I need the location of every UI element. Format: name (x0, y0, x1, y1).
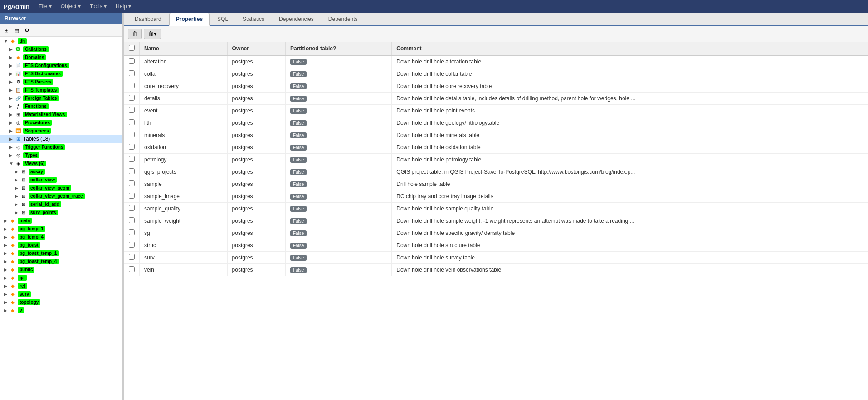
toggle-collar-view-geom[interactable]: ▶ (15, 185, 20, 190)
menu-file[interactable]: File ▾ (35, 2, 55, 10)
tree-item-types[interactable]: ▶ ◎ Types (0, 151, 122, 159)
tab-dashboard[interactable]: Dashboard (128, 13, 168, 25)
tree-item-foreign-tables[interactable]: ▶ 🔗 Foreign Tables (0, 94, 122, 102)
tree-item-surv[interactable]: ▶ ◆ surv (0, 290, 122, 298)
toggle-sequences[interactable]: ▶ (9, 128, 15, 133)
row-checkbox[interactable] (124, 129, 140, 141)
tree-item-pg-temp-1[interactable]: ▶ ◆ pg_temp_1 (0, 224, 122, 233)
toggle-domains[interactable]: ▶ (9, 55, 15, 60)
toggle-public[interactable]: ▶ (4, 267, 9, 272)
row-checkbox[interactable] (124, 178, 140, 190)
tree-item-fts-templates[interactable]: ▶ 📋 FTS Templates (0, 86, 122, 94)
row-checkbox[interactable] (124, 68, 140, 80)
tree-item-materialized-views[interactable]: ▶ ⊞ Materialized Views (0, 110, 122, 118)
tree-item-functions[interactable]: ▶ ƒ Functions (0, 102, 122, 110)
tree-item-public[interactable]: ▶ ◆ public (0, 265, 122, 273)
tab-dependencies[interactable]: Dependencies (272, 13, 321, 25)
toggle-callations[interactable]: ▶ (9, 47, 15, 52)
tree-item-collar-view[interactable]: ▶ ⊞ collar_view (0, 176, 122, 184)
sidebar-table-btn[interactable]: ⊞ (2, 26, 11, 35)
tree-item-pg-toast-temp-4[interactable]: ▶ ◆ pg_toast_temp_4 (0, 257, 122, 265)
row-checkbox[interactable] (124, 264, 140, 276)
sidebar-settings-btn[interactable]: ⚙ (22, 26, 32, 35)
toggle-pg-toast-temp-1[interactable]: ▶ (4, 251, 9, 256)
tab-dependents[interactable]: Dependents (322, 13, 365, 25)
tree-item-fts-configs[interactable]: ▶ 📄 FTS Configurations (0, 61, 122, 69)
tree-item-procedures[interactable]: ▶ ◎ Procedures (0, 118, 122, 127)
toggle-assay[interactable]: ▶ (15, 169, 20, 174)
tree-item-tables[interactable]: ▶ ⊞ Tables (18) (0, 135, 122, 143)
tree-item-surv-points[interactable]: ▶ ⊞ surv_points (0, 208, 122, 216)
toggle-trigger-funcs[interactable]: ▶ (9, 145, 15, 150)
tree-item-meta[interactable]: ▶ ◆ meta (0, 216, 122, 224)
row-checkbox[interactable] (124, 166, 140, 178)
select-all-checkbox[interactable] (129, 45, 135, 51)
delete-button[interactable]: 🗑 (128, 29, 142, 39)
toggle-fts-templates[interactable]: ▶ (9, 88, 15, 93)
col-owner[interactable]: Owner (227, 42, 285, 55)
tree-item-pg-temp-4[interactable]: ▶ ◆ pg_temp_4 (0, 233, 122, 241)
toggle-procedures[interactable]: ▶ (9, 120, 15, 125)
tree-item-ref[interactable]: ▶ ◆ ref (0, 282, 122, 290)
row-checkbox[interactable] (124, 252, 140, 264)
row-checkbox[interactable] (124, 141, 140, 154)
toggle-ref[interactable]: ▶ (4, 283, 9, 288)
toggle-pg-temp-1[interactable]: ▶ (4, 226, 9, 231)
tree-item-domains[interactable]: ▶ ◆ Domains (0, 53, 122, 61)
toggle-v[interactable]: ▶ (4, 308, 9, 313)
tree-item-trigger-functions[interactable]: ▶ ◎ Trigger Functions (0, 143, 122, 151)
toggle-views[interactable]: ▼ (9, 161, 15, 166)
row-checkbox[interactable] (124, 55, 140, 68)
sidebar-grid-btn[interactable]: ▤ (12, 26, 21, 35)
toggle-surv-points[interactable]: ▶ (15, 210, 20, 215)
row-checkbox[interactable] (124, 215, 140, 227)
toggle-serial-id[interactable]: ▶ (15, 202, 20, 207)
col-comment[interactable]: Comment (392, 42, 868, 55)
toggle-fts-parsers[interactable]: ▶ (9, 79, 15, 84)
row-checkbox[interactable] (124, 227, 140, 239)
tree-item-views[interactable]: ▼ ◈ Views (6) (0, 159, 122, 167)
toggle-pg-toast[interactable]: ▶ (4, 243, 9, 248)
tree-item-dh[interactable]: ▼ ◆ dh (0, 37, 122, 45)
tab-sql[interactable]: SQL (210, 13, 235, 25)
tree-item-qa[interactable]: ▶ ◆ qa (0, 273, 122, 282)
toggle-pg-toast-temp-4[interactable]: ▶ (4, 259, 9, 264)
tree-item-pg-toast-temp-1[interactable]: ▶ ◆ pg_toast_temp_1 (0, 249, 122, 257)
row-checkbox[interactable] (124, 80, 140, 93)
menu-tools[interactable]: Tools ▾ (86, 2, 110, 10)
row-checkbox[interactable] (124, 105, 140, 117)
toggle-dh[interactable]: ▼ (4, 39, 9, 44)
col-partitioned[interactable]: Partitioned table? (285, 42, 391, 55)
toggle-foreign-tables[interactable]: ▶ (9, 96, 15, 101)
toggle-functions[interactable]: ▶ (9, 104, 15, 109)
col-name[interactable]: Name (140, 42, 228, 55)
toggle-surv[interactable]: ▶ (4, 292, 9, 297)
toggle-fts-configs[interactable]: ▶ (9, 63, 15, 68)
row-checkbox[interactable] (124, 190, 140, 203)
tree-item-callations[interactable]: ▶ 🅒 Callations (0, 45, 122, 53)
tab-properties[interactable]: Properties (169, 13, 210, 26)
toggle-topology[interactable]: ▶ (4, 300, 9, 305)
tree-item-topology[interactable]: ▶ ◆ topology (0, 298, 122, 306)
row-checkbox[interactable] (124, 117, 140, 129)
toggle-types[interactable]: ▶ (9, 153, 15, 158)
toggle-tables[interactable]: ▶ (9, 137, 15, 141)
tree-item-collar-view-geom[interactable]: ▶ ⊞ collar_view_geom (0, 184, 122, 192)
row-checkbox[interactable] (124, 239, 140, 252)
tree-item-pg-toast[interactable]: ▶ ◆ pg_toast (0, 241, 122, 249)
toggle-collar-view-geom-trace[interactable]: ▶ (15, 194, 20, 199)
menu-help[interactable]: Help ▾ (112, 2, 135, 10)
tree-item-assay[interactable]: ▶ ⊞ assay (0, 167, 122, 176)
row-checkbox[interactable] (124, 154, 140, 166)
tree-item-sequences[interactable]: ▶ ⏩ Sequences (0, 127, 122, 135)
tree-item-collar-view-geom-trace[interactable]: ▶ ⊞ collar_view_geom_trace (0, 192, 122, 200)
tree-item-v[interactable]: ▶ ◆ v (0, 306, 122, 314)
toggle-fts-dicts[interactable]: ▶ (9, 71, 15, 76)
tree-item-serial-id-add[interactable]: ▶ ⊞ serial_id_add (0, 200, 122, 208)
row-checkbox[interactable] (124, 203, 140, 215)
toggle-qa[interactable]: ▶ (4, 275, 9, 280)
tree-item-fts-dicts[interactable]: ▶ 📊 FTS Dictionaries (0, 69, 122, 78)
toggle-meta[interactable]: ▶ (4, 218, 9, 223)
toggle-pg-temp-4[interactable]: ▶ (4, 234, 9, 239)
toggle-collar-view[interactable]: ▶ (15, 177, 20, 182)
